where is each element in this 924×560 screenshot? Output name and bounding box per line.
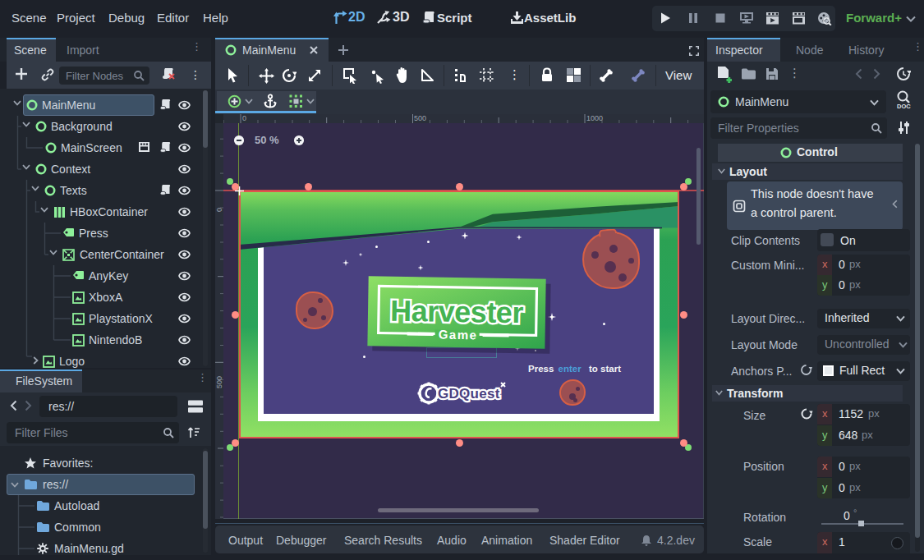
svg-text:DOC: DOC xyxy=(897,103,911,109)
